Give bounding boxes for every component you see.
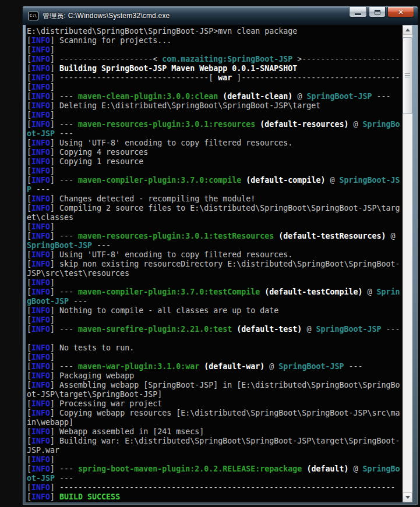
console-line: [INFO] Packaging webapp xyxy=(27,371,403,381)
minimize-icon xyxy=(355,13,361,15)
console-line: [INFO] xyxy=(27,278,403,288)
console-line: [INFO] Using 'UTF-8' encoding to copy fi… xyxy=(27,139,403,148)
console-line: [INFO] --- maven-compiler-plugin:3.7.0:c… xyxy=(27,176,403,185)
console-line: ot-JSP\target\SpringBoot-JSP] xyxy=(27,390,403,399)
console-line: [INFO] --- spring-boot-maven-plugin:2.0.… xyxy=(27,465,403,474)
console-line: ot-JSP --- xyxy=(27,474,403,483)
console-line xyxy=(27,334,403,343)
scroll-down-button[interactable] xyxy=(403,492,412,502)
window-controls: ✕ xyxy=(349,7,414,17)
console-line: [INFO] ---------------------------------… xyxy=(27,483,403,492)
cmd-window: C:\ 管理员: C:\Windows\System32\cmd.exe ✕ E… xyxy=(22,6,418,505)
maximize-button[interactable] xyxy=(369,7,386,17)
console-line: [INFO] skip non existing resourceDirecto… xyxy=(27,260,403,269)
console-line: [INFO] --- maven-clean-plugin:3.0.0:clea… xyxy=(27,92,403,101)
close-icon: ✕ xyxy=(398,9,404,16)
console-line: et\classes xyxy=(27,213,403,222)
console-line: [INFO] Copying webapp resources [E:\dist… xyxy=(27,409,403,418)
console-line: [INFO] xyxy=(27,111,403,120)
console-line: [INFO] Copying 1 resource xyxy=(27,157,403,166)
console-line: [INFO] Deleting E:\distributed\SpringBoo… xyxy=(27,101,403,111)
console-line: [INFO] Webapp assembled in [241 msecs] xyxy=(27,427,403,437)
console-line: [INFO] --- maven-surefire-plugin:2.21.0:… xyxy=(27,325,403,334)
scroll-up-button[interactable] xyxy=(403,25,412,35)
console-line: [INFO] Assembling webapp [SpringBoot-JSP… xyxy=(27,381,403,390)
close-button[interactable]: ✕ xyxy=(387,7,414,17)
scrollbar-grip-icon xyxy=(405,73,410,78)
console-line: [INFO] --- maven-compiler-plugin:3.7.0:t… xyxy=(27,288,403,297)
console-line: [INFO] xyxy=(27,455,403,465)
console-line: [INFO] Copying 4 resources xyxy=(27,148,403,157)
console-line: [INFO] Changes detected - recompiling th… xyxy=(27,194,403,204)
console-line: [INFO] Compiling 2 source files to E:\di… xyxy=(27,204,403,213)
console-line: [INFO] Nothing to compile - all classes … xyxy=(27,306,403,315)
console-line: in\webapp] xyxy=(27,418,403,427)
console-line: [INFO] xyxy=(27,166,403,176)
console-line: [INFO] Building war: E:\distributed\Spri… xyxy=(27,437,403,446)
console-line: [INFO] xyxy=(27,353,403,362)
console-line: [INFO] --------------------< com.mazaiti… xyxy=(27,55,403,64)
arrow-down-icon xyxy=(405,496,410,499)
console-line: [INFO] Using 'UTF-8' encoding to copy fi… xyxy=(27,250,403,260)
console-line: gBoot-JSP --- xyxy=(27,297,403,306)
console-line: P --- xyxy=(27,185,403,194)
vertical-scrollbar[interactable] xyxy=(403,25,412,502)
scrollbar-thumb[interactable] xyxy=(403,37,412,114)
titlebar[interactable]: C:\ 管理员: C:\Windows\System32\cmd.exe ✕ xyxy=(23,6,418,25)
console-line: [INFO] --- maven-resources-plugin:3.0.1:… xyxy=(27,120,403,129)
console-line: JSP\src\test\resources xyxy=(27,269,403,278)
console-line: [INFO] --- maven-war-plugin:3.1.0:war (d… xyxy=(27,362,403,371)
console-line: [INFO] Processing war project xyxy=(27,399,403,409)
console-line: [INFO] Scanning for projects... xyxy=(27,36,403,45)
console-line: SpringBoot-JSP --- xyxy=(27,241,403,250)
console-line: [INFO] --- maven-resources-plugin:3.0.1:… xyxy=(27,232,403,241)
arrow-up-icon xyxy=(405,29,410,31)
cmd-icon[interactable]: C:\ xyxy=(28,12,38,20)
console-line: [INFO] xyxy=(27,45,403,55)
console-line: JSP.war xyxy=(27,446,403,455)
console-line: [INFO] Building SpringBoot-JSP Maven Web… xyxy=(27,64,403,73)
console-line: E:\distributed\SpringBoot\SpringBoot-JSP… xyxy=(27,27,403,36)
console-line: [INFO] --------------------------------[… xyxy=(27,73,403,83)
console-output[interactable]: E:\distributed\SpringBoot\SpringBoot-JSP… xyxy=(26,25,403,502)
window-title: 管理员: C:\Windows\System32\cmd.exe xyxy=(43,11,170,21)
console-line: [INFO] xyxy=(27,315,403,325)
console-line: [INFO] No tests to run. xyxy=(27,343,403,353)
console-line: ot-JSP --- xyxy=(27,129,403,139)
console-line: [INFO] xyxy=(27,222,403,232)
minimize-button[interactable] xyxy=(349,7,367,17)
console-line: [INFO] BUILD SUCCESS xyxy=(27,492,403,502)
console-client-area: E:\distributed\SpringBoot\SpringBoot-JSP… xyxy=(26,25,412,502)
console-line: [INFO] xyxy=(27,83,403,92)
maximize-icon xyxy=(375,10,380,15)
